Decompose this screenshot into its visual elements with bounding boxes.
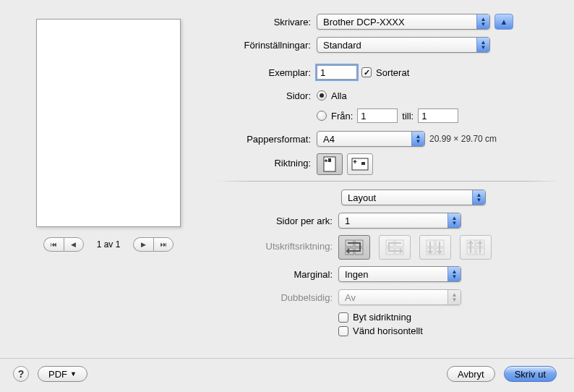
two-sided-value: Av — [345, 292, 356, 303]
pages-all-radio[interactable] — [317, 90, 327, 101]
paper-size-value: A4 — [323, 134, 335, 145]
layout-direction-4[interactable] — [460, 235, 492, 260]
dropdown-arrows-icon: ▲▼ — [476, 38, 489, 52]
two-sided-dropdown: Av ▲▼ — [338, 289, 461, 305]
print-button[interactable]: Skriv ut — [504, 366, 557, 382]
nav-prev-button[interactable]: ◀ — [64, 237, 84, 252]
svg-rect-4 — [361, 162, 365, 165]
printer-label: Skrivare: — [215, 17, 317, 27]
layout-dir-icon-4 — [466, 239, 486, 256]
cancel-button[interactable]: Avbryt — [447, 366, 495, 382]
orientation-portrait-button[interactable] — [317, 153, 343, 175]
landscape-icon — [351, 158, 369, 171]
printer-value: Brother DCP-XXXX — [323, 17, 405, 27]
svg-rect-3 — [352, 158, 368, 170]
section-divider — [215, 181, 560, 182]
reverse-orientation-checkbox[interactable] — [338, 312, 348, 323]
portrait-icon — [323, 156, 336, 172]
copies-label: Exemplar: — [215, 67, 317, 78]
settings-column: Skrivare: Brother DCP-XXXX ▲▼ ▲ Förinstä… — [202, 13, 560, 342]
border-value: Ingen — [345, 269, 369, 280]
pages-range-radio[interactable] — [317, 111, 327, 121]
cancel-button-label: Avbryt — [458, 369, 484, 380]
pages-from-label: Från: — [331, 111, 353, 122]
collated-label: Sorterat — [376, 67, 409, 78]
menu-arrow-icon: ▼ — [70, 370, 77, 378]
paper-dimensions: 20.99 × 29.70 cm — [429, 134, 497, 144]
pages-per-sheet-dropdown[interactable]: 1 ▲▼ — [338, 213, 461, 229]
orientation-landscape-button[interactable] — [347, 153, 373, 175]
section-dropdown[interactable]: Layout ▲▼ — [341, 189, 486, 205]
bottom-bar: ? PDF ▼ Avbryt Skriv ut — [0, 358, 574, 392]
printer-dropdown[interactable]: Brother DCP-XXXX ▲▼ — [317, 14, 490, 30]
paper-size-dropdown[interactable]: A4 ▲▼ — [317, 131, 425, 147]
presets-label: Förinställningar: — [215, 40, 317, 51]
layout-dir-icon-2 — [385, 239, 405, 256]
preview-nav: ⏮ ◀ 1 av 1 ▶ ⏭ — [43, 237, 174, 252]
pages-label: Sidor: — [215, 90, 317, 101]
border-dropdown[interactable]: Ingen ▲▼ — [338, 266, 461, 282]
layout-dir-icon-1 — [344, 239, 364, 256]
svg-rect-1 — [328, 158, 331, 162]
dropdown-arrows-icon: ▲▼ — [447, 267, 461, 281]
layout-direction-3[interactable] — [419, 235, 451, 260]
presets-value: Standard — [323, 40, 361, 51]
layout-direction-2[interactable] — [379, 235, 411, 260]
print-dialog: ⏮ ◀ 1 av 1 ▶ ⏭ Skrivare: Brother DCP-XXX… — [0, 0, 574, 392]
presets-dropdown[interactable]: Standard ▲▼ — [317, 37, 490, 53]
pages-all-label: Alla — [331, 90, 347, 101]
layout-direction-1[interactable] — [338, 235, 370, 260]
nav-last-button[interactable]: ⏭ — [153, 237, 174, 252]
flip-horizontal-label: Vänd horisontellt — [353, 325, 423, 336]
flip-horizontal-checkbox[interactable] — [338, 326, 348, 336]
preview-column: ⏮ ◀ 1 av 1 ▶ ⏭ — [14, 13, 202, 342]
layout-dir-icon-3 — [425, 239, 445, 256]
dropdown-arrows-icon: ▲▼ — [447, 213, 461, 228]
collated-checkbox[interactable]: ✓ — [361, 67, 372, 77]
dropdown-arrows-icon: ▲▼ — [472, 190, 485, 205]
pages-per-sheet-label: Sidor per ark: — [215, 216, 338, 226]
border-label: Marginal: — [215, 269, 338, 280]
pdf-menu-button[interactable]: PDF ▼ — [38, 366, 87, 382]
pages-to-input[interactable] — [418, 108, 458, 123]
preview-page — [36, 19, 181, 227]
pages-to-label: till: — [402, 111, 414, 122]
pdf-button-label: PDF — [48, 369, 67, 380]
pages-from-input[interactable] — [357, 108, 398, 123]
reverse-orientation-label: Byt sidriktning — [353, 312, 411, 323]
nav-first-button[interactable]: ⏮ — [43, 237, 64, 252]
dropdown-arrows-icon: ▲▼ — [411, 132, 424, 146]
dropdown-arrows-icon: ▲▼ — [447, 290, 461, 304]
nav-next-button[interactable]: ▶ — [133, 237, 153, 252]
main-area: ⏮ ◀ 1 av 1 ▶ ⏭ Skrivare: Brother DCP-XXX… — [0, 0, 574, 349]
pages-per-sheet-value: 1 — [345, 216, 350, 226]
page-counter: 1 av 1 — [97, 239, 121, 250]
orientation-label: Riktning: — [215, 153, 317, 169]
collapse-details-button[interactable]: ▲ — [494, 14, 513, 30]
dropdown-arrows-icon: ▲▼ — [476, 14, 489, 29]
copies-input[interactable] — [317, 65, 357, 80]
paper-size-label: Pappersformat: — [215, 134, 317, 145]
layout-direction-label: Utskriftsriktning: — [215, 235, 338, 252]
two-sided-label: Dubbelsidig: — [215, 292, 338, 303]
help-button[interactable]: ? — [13, 366, 29, 382]
print-button-label: Skriv ut — [515, 369, 546, 380]
section-value: Layout — [348, 192, 376, 203]
